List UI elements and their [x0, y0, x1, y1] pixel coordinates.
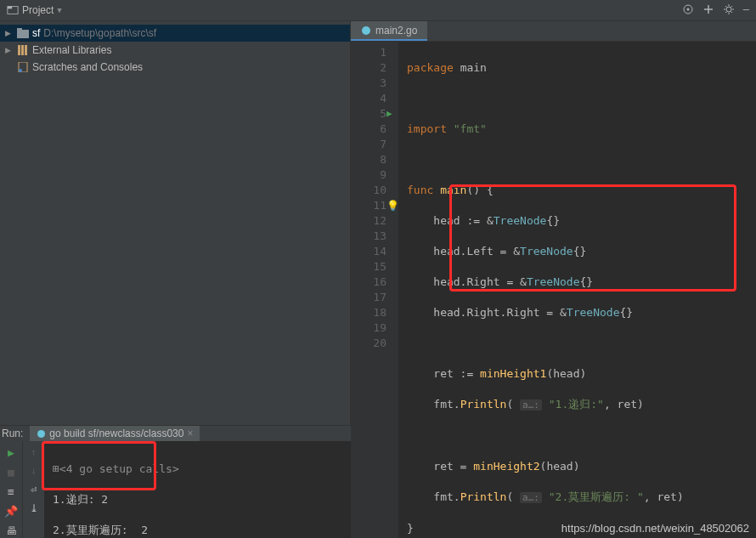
output-line: 1.递归: 2 [53, 492, 748, 507]
line-number[interactable]: 3 [351, 76, 386, 91]
line-number[interactable]: 12 [351, 213, 386, 229]
line-number[interactable]: 5 [351, 106, 386, 122]
watermark: https://blog.csdn.net/weixin_48502062 [561, 522, 749, 535]
tab-label: main2.go [375, 25, 417, 37]
down-icon[interactable]: ↓ [31, 465, 37, 477]
minimize-icon[interactable]: — [743, 3, 749, 18]
line-number[interactable]: 2 [351, 60, 386, 76]
run-config-tab[interactable]: go build sf/newclass/class030 × [30, 426, 200, 441]
output-line: ⊞<4 go setup calls> [53, 462, 748, 477]
project-label: Project [22, 4, 54, 16]
intention-bulb-icon[interactable]: 💡 [386, 198, 399, 213]
project-dropdown[interactable]: Project ▼ [0, 0, 69, 20]
line-number[interactable]: 8 [351, 152, 386, 167]
svg-rect-8 [21, 45, 24, 55]
scratches-label: Scratches and Consoles [32, 61, 143, 73]
layout-icon[interactable]: ≡ [8, 485, 14, 498]
line-number[interactable]: 1 [351, 45, 386, 60]
expand-icon[interactable] [702, 3, 714, 18]
close-icon[interactable]: × [187, 428, 193, 439]
project-icon [7, 4, 19, 16]
run-nav-strip: ↑ ↓ ⏎ ⤓ [22, 441, 44, 538]
line-number[interactable]: 4 [351, 91, 386, 106]
editor-tabs: main2.go [351, 21, 756, 42]
go-run-icon [37, 429, 46, 439]
run-gutter-icon[interactable]: ▶ [386, 106, 392, 122]
line-number[interactable]: 10 [351, 183, 386, 198]
expand-arrow-icon[interactable]: ▶ [5, 46, 14, 54]
chevron-down-icon: ▼ [57, 6, 61, 14]
folder-icon [17, 28, 29, 38]
line-number[interactable]: 9 [351, 167, 386, 183]
svg-rect-6 [17, 28, 22, 31]
line-number[interactable]: 14 [351, 244, 386, 259]
up-icon[interactable]: ↑ [31, 446, 37, 458]
toolbar-actions: — [682, 3, 756, 18]
tree-root[interactable]: ▶ sf D:\mysetup\gopath\src\sf [0, 25, 350, 42]
line-number[interactable]: 11 [351, 198, 386, 213]
run-label: Run: [2, 428, 23, 439]
svg-point-12 [362, 26, 370, 35]
ext-lib-label: External Libraries [32, 44, 111, 56]
line-number[interactable]: 6 [351, 122, 386, 137]
line-number[interactable]: 7 [351, 137, 386, 152]
scroll-icon[interactable]: ⤓ [30, 502, 38, 514]
wrap-icon[interactable]: ⏎ [31, 484, 37, 496]
line-number[interactable]: 13 [351, 229, 386, 244]
target-icon[interactable] [682, 3, 694, 18]
svg-rect-1 [8, 7, 12, 9]
gear-icon[interactable] [723, 3, 735, 18]
tree-external-libraries[interactable]: ▶ External Libraries [0, 42, 350, 59]
svg-rect-9 [25, 45, 27, 55]
stop-icon[interactable]: ■ [8, 466, 14, 479]
svg-point-4 [726, 7, 731, 12]
root-name: sf [32, 27, 40, 39]
line-number[interactable]: 15 [351, 259, 386, 275]
svg-point-13 [37, 430, 45, 438]
svg-point-3 [686, 8, 689, 10]
line-number[interactable]: 20 [351, 336, 386, 351]
run-action-strip: ▶ ■ ≡ 📌 🖶 [0, 441, 22, 538]
line-number[interactable]: 18 [351, 305, 386, 320]
library-icon [17, 45, 29, 55]
root-path: D:\mysetup\gopath\src\sf [43, 27, 156, 39]
tree-scratches[interactable]: Scratches and Consoles [0, 59, 350, 76]
expand-arrow-icon[interactable]: ▶ [5, 29, 14, 37]
line-number[interactable]: 19 [351, 320, 386, 336]
scratches-icon [17, 62, 29, 72]
project-toolbar: Project ▼ — [0, 0, 756, 21]
go-file-icon [361, 25, 371, 36]
print-icon[interactable]: 🖶 [6, 524, 17, 537]
tab-main2-go[interactable]: main2.go [351, 21, 427, 41]
line-number[interactable]: 16 [351, 275, 386, 290]
svg-point-11 [19, 69, 22, 72]
project-tree[interactable]: ▶ sf D:\mysetup\gopath\src\sf ▶ External… [0, 21, 351, 425]
line-number[interactable]: 17 [351, 290, 386, 305]
svg-rect-7 [18, 45, 20, 55]
rerun-icon[interactable]: ▶ [8, 446, 14, 459]
pin-icon[interactable]: 📌 [4, 505, 18, 518]
